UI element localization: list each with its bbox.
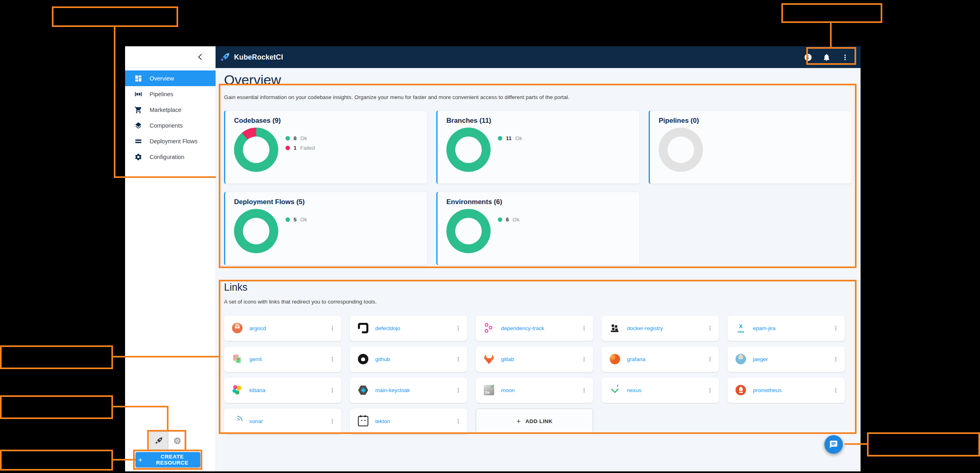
- annotation-frame-theme-toggle: [147, 430, 186, 451]
- rocket-logo-icon: [220, 52, 230, 63]
- sidebar-item-label: Configuration: [150, 154, 184, 160]
- sidebar-item-label: Components: [150, 122, 183, 129]
- chat-icon: [829, 440, 838, 449]
- app-title: KubeRocketCI: [234, 53, 283, 62]
- annotation-connector: [111, 406, 168, 407]
- sidebar-item-label: Deployment Flows: [150, 138, 197, 145]
- marketplace-icon: [134, 106, 142, 114]
- top-bar: KubeRocketCI: [216, 46, 861, 68]
- annotation-frame-create-resource: [133, 450, 202, 470]
- sidebar-item-label: Overview: [150, 75, 174, 82]
- sidebar-item-label: Pipelines: [150, 91, 173, 97]
- sidebar-header: [125, 46, 216, 68]
- annotation-connector: [111, 356, 219, 357]
- annotation-box-bottom-right: [867, 432, 980, 456]
- sidebar-item-overview[interactable]: Overview: [125, 70, 216, 86]
- sidebar-item-deployment-flows[interactable]: Deployment Flows: [125, 133, 216, 149]
- annotation-frame-widgets: [219, 84, 857, 268]
- annotation-connector: [844, 443, 867, 445]
- sidebar-item-configuration[interactable]: Configuration: [125, 149, 216, 165]
- sidebar-nav: OverviewPipelinesMarketplaceComponentsDe…: [125, 68, 216, 165]
- annotation-box-bottom-left: [0, 450, 113, 471]
- dashboard-icon: [134, 74, 142, 83]
- annotation-box-top-left: [52, 6, 178, 27]
- components-icon: [134, 122, 142, 130]
- annotation-box-theme-toggle: [0, 395, 113, 419]
- configuration-icon: [134, 153, 142, 161]
- feedback-button[interactable]: [824, 435, 843, 454]
- sidebar-item-components[interactable]: Components: [125, 118, 216, 133]
- annotation-connector: [114, 176, 216, 178]
- brand: KubeRocketCI: [220, 52, 283, 63]
- sidebar-item-pipelines[interactable]: Pipelines: [125, 86, 216, 102]
- annotation-connector: [114, 25, 115, 178]
- annotation-box-left-middle: [0, 345, 113, 369]
- sidebar-item-marketplace[interactable]: Marketplace: [125, 102, 216, 118]
- deployment-flows-icon: [134, 137, 142, 145]
- sidebar: OverviewPipelinesMarketplaceComponentsDe…: [125, 46, 216, 471]
- annotation-connector: [111, 459, 136, 461]
- sidebar-item-label: Marketplace: [150, 107, 181, 113]
- annotation-connector: [830, 21, 832, 48]
- annotation-connector: [167, 406, 168, 432]
- chevron-left-icon[interactable]: [198, 54, 205, 60]
- annotation-frame-links: [219, 280, 857, 434]
- annotation-frame-topbar-icons: [806, 47, 856, 65]
- pipelines-icon: [134, 90, 142, 98]
- annotation-box-top-right: [781, 3, 882, 23]
- screenshot-canvas: KubeRocketCI OverviewPipelinesMarketplac…: [0, 0, 980, 473]
